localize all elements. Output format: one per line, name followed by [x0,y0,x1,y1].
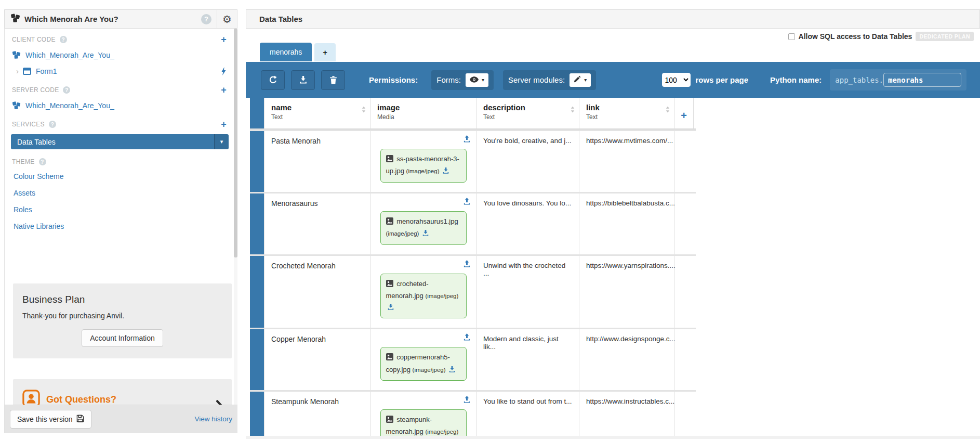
upload-icon[interactable] [463,333,471,343]
business-plan-message: Thank-you for purchasing Anvil. [22,312,222,320]
cell-name[interactable]: Pasta Menorah [264,131,370,192]
cell-name[interactable]: Steampunk Menorah [264,392,370,439]
cell-image[interactable]: coppermenorah5-copy.jpg (image/jpeg) [370,329,476,390]
cell-image[interactable]: menorahsaurus1.jpg (image/jpeg) [370,193,476,254]
cell-link[interactable]: http://www.designsponge.c... [579,329,674,390]
dedicated-plan-badge: DEDICATED PLAN [916,32,974,41]
download-icon[interactable] [442,166,449,177]
help-icon[interactable]: ? [63,86,70,94]
chevron-down-icon[interactable]: ▾ [214,134,229,149]
scrollbar-thumb[interactable] [234,29,237,257]
sort-icon[interactable] [362,106,366,114]
cell-name[interactable]: Menorasaurus [264,193,370,254]
cell-description[interactable]: Modern and classic, just lik... [476,329,579,390]
download-icon[interactable] [422,229,429,240]
page-title: Data Tables [259,15,302,23]
horizontal-scrollbar[interactable] [246,436,980,439]
account-information-button[interactable]: Account Information [82,329,163,347]
app-sidebar: Which Menorah Are You? ? ⚙ CLIENT CODE ?… [4,9,237,433]
cell-description[interactable]: You're bold, creative, and j... [476,131,579,192]
row-handle[interactable] [250,329,264,390]
lightning-bolt-icon[interactable] [221,67,227,75]
sidebar-item-data-tables[interactable]: Data Tables ▾ [11,134,229,149]
forms-permission-dropdown[interactable]: ▾ [466,73,488,87]
cell-description[interactable]: Unwind with the crocheted ... [476,256,579,328]
view-history-link[interactable]: View history [194,415,232,423]
cell-description[interactable]: You love dinosaurs. You lo... [476,193,579,254]
sidebar-item-assets[interactable]: Assets [5,185,234,201]
column-header-description[interactable]: description Text [476,98,579,128]
sidebar-item-server-package[interactable]: Which_Menorah_Are_You_ [5,97,234,113]
sidebar-scrollbar[interactable] [234,29,237,405]
header-divider [217,10,217,29]
tab-menorahs[interactable]: menorahs [260,43,312,61]
refresh-button[interactable] [261,70,285,90]
add-table-tab[interactable]: + [314,43,336,61]
sql-access-checkbox[interactable] [788,33,795,40]
sidebar-item-colour-scheme[interactable]: Colour Scheme [5,168,234,185]
delete-table-button[interactable] [321,70,345,90]
server-code-label: SERVER CODE [12,86,59,94]
add-server-code-button[interactable]: + [221,85,227,95]
column-header-image[interactable]: image Media [370,98,476,128]
row-handle[interactable] [250,392,264,439]
upload-icon[interactable] [463,198,471,208]
sidebar-item-roles[interactable]: Roles [5,201,234,218]
help-icon[interactable]: ? [49,121,56,128]
row-handle[interactable] [250,193,264,254]
cell-name[interactable]: Crocheted Menorah [264,256,370,328]
cell-link[interactable]: https://biblebeltbalabusta.c... [579,193,674,254]
cell-image[interactable]: ss-pasta-menorah-3-up.jpg (image/jpeg) [370,131,476,192]
add-column-button[interactable]: + [674,98,694,128]
upload-icon[interactable] [463,135,471,145]
row-handle[interactable] [250,256,264,328]
python-name-input[interactable] [883,73,961,87]
form-icon [23,68,31,75]
sidebar-item-client-package[interactable]: Which_Menorah_Are_You_ [5,47,234,63]
media-file-chip[interactable]: crocheted-menorah.jpg (image/jpeg) [380,274,467,318]
section-theme: THEME ? [5,152,234,168]
help-icon[interactable]: ? [39,158,46,165]
got-questions-title: Got Questions? [46,394,116,405]
gear-icon[interactable]: ⚙ [222,14,232,24]
column-header-link[interactable]: link Text [579,98,674,128]
floppy-disk-icon [76,415,84,424]
sidebar-item-native-libraries[interactable]: Native Libraries [5,218,234,235]
column-header-name[interactable]: name Text [264,98,370,128]
media-file-chip[interactable]: steampunk-menorah.jpg (image/jpeg) [380,409,467,439]
row-handle[interactable] [250,131,264,192]
help-icon[interactable]: ? [60,36,67,43]
download-icon[interactable] [448,365,456,376]
add-service-button[interactable]: + [221,120,227,129]
media-file-chip[interactable]: ss-pasta-menorah-3-up.jpg (image/jpeg) [380,149,467,183]
chevron-right-icon[interactable]: › [16,67,19,75]
cell-image[interactable]: crocheted-menorah.jpg (image/jpeg) [370,256,476,328]
save-version-button[interactable]: Save this version [10,410,91,429]
corner-handle [250,98,264,128]
sort-icon[interactable] [666,106,670,114]
media-file-chip[interactable]: coppermenorah5-copy.jpg (image/jpeg) [380,347,467,381]
rows-per-page-select[interactable]: 100 [662,73,691,87]
table-tabs: menorahs + [260,43,336,61]
media-file-chip[interactable]: menorahsaurus1.jpg (image/jpeg) [380,211,467,245]
cell-link[interactable]: https://www.instructables.c... [579,392,674,439]
cell-image[interactable]: steampunk-menorah.jpg (image/jpeg) [370,392,476,439]
upload-icon[interactable] [463,396,471,406]
download-table-button[interactable] [291,70,315,90]
cell-link[interactable]: https://www.mvtimes.com/... [579,131,674,192]
got-questions-panel[interactable]: Got Questions? Ask questions and learn m… [13,379,232,405]
cell-description[interactable]: You like to stand out from t... [476,392,579,439]
download-icon[interactable] [387,303,394,314]
help-icon[interactable]: ? [201,14,211,24]
add-client-code-button[interactable]: + [221,35,227,44]
chevron-right-icon[interactable] [216,399,224,405]
upload-icon[interactable] [463,260,471,270]
cell-link[interactable]: https://www.yarnspirations.... [579,256,674,328]
client-package-label: Which_Menorah_Are_You_ [25,51,114,59]
sidebar-item-form1[interactable]: › Form1 [5,63,234,79]
sort-icon[interactable] [571,106,575,114]
person-icon [22,390,40,405]
table-header-row: name Text image Media description Text [250,98,696,130]
server-modules-permission-dropdown[interactable]: ▾ [570,73,591,87]
cell-name[interactable]: Copper Menorah [264,329,370,390]
